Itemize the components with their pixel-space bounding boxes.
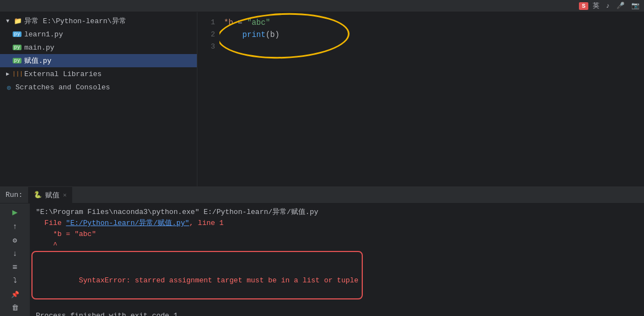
music-icon: ♪	[604, 2, 612, 10]
output-command-line: "E:\Program Files\naconda3\python.exe" E…	[36, 207, 638, 218]
camera-icon: 📷	[629, 1, 642, 10]
tree-item-learn1[interactable]: py learn1.py	[0, 28, 197, 41]
tree-item-label-root: 异常 E:\Python-learn\异常	[24, 16, 126, 26]
code-token-indent	[224, 29, 243, 41]
output-syntax-error: SyntaxError: starred assignment target m…	[79, 276, 358, 285]
run-tab-fuzhi[interactable]: 🐍 赋值 ✕	[28, 187, 73, 203]
output-command-text: "E:\Program Files\naconda3\python.exe" E…	[36, 207, 318, 218]
run-tab-bar: Run: 🐍 赋值 ✕	[0, 187, 644, 203]
output-exit-line: Process finished with exit code 1	[36, 310, 638, 316]
line-numbers: 1 2 3	[197, 12, 219, 186]
editor-area: 1 2 3 *b = "abc" print (b)	[197, 12, 644, 186]
run-scroll-down-button[interactable]: ↓	[9, 249, 21, 259]
run-filter-button[interactable]: ⤵	[9, 277, 21, 286]
tree-item-label-fuzhi: 赋值.py	[24, 56, 51, 66]
bottom-panel: Run: 🐍 赋值 ✕ ▶ ↑ ⚙ ↓ ≡ ⤵ 📌 🗑 "E:\Program …	[0, 186, 644, 316]
code-editor: 1 2 3 *b = "abc" print (b)	[197, 12, 644, 186]
code-content[interactable]: *b = "abc" print (b)	[219, 12, 644, 186]
oval-annotation-red	[31, 251, 363, 299]
main-area: ▼ 📁 异常 E:\Python-learn\异常 py learn1.py p…	[0, 12, 644, 186]
run-label: Run:	[0, 187, 28, 203]
s-badge: S	[579, 2, 588, 10]
python-tab-icon: 🐍	[34, 191, 42, 199]
tree-item-label-ext: External Libraries	[24, 70, 101, 78]
code-token-args: (b)	[266, 29, 280, 41]
python-fuzhi-icon: py	[13, 56, 22, 65]
output-file-link[interactable]: "E:/Python-learn/异常/赋值.py"	[66, 218, 190, 229]
ext-libs-icon: |||	[13, 69, 22, 78]
file-tree: ▼ 📁 异常 E:\Python-learn\异常 py learn1.py p…	[0, 12, 197, 186]
ime-icon: 英	[591, 1, 602, 11]
run-sidebar: ▶ ↑ ⚙ ↓ ≡ ⤵ 📌 🗑	[0, 203, 30, 316]
run-settings-button[interactable]: ⚙	[9, 236, 21, 245]
line-num-1: 1	[197, 17, 215, 29]
error-oval-wrapper: SyntaxError: starred assignment target m…	[36, 253, 358, 297]
chevron-right-icon: ▶	[4, 71, 11, 77]
run-reformat-button[interactable]: ≡	[9, 263, 21, 272]
code-token-eq: =	[233, 17, 247, 29]
top-bar: S 英 ♪ 🎤 📷	[0, 0, 644, 12]
code-token-star-b: *b	[224, 17, 233, 29]
output-caret-text: ^	[36, 240, 57, 251]
run-tab-close-icon[interactable]: ✕	[63, 191, 67, 199]
chevron-down-icon: ▼	[4, 18, 11, 24]
code-line-3	[224, 41, 644, 53]
output-caret-line: ^	[36, 240, 638, 251]
line-num-2: 2	[197, 29, 215, 41]
output-file-line: File "E:/Python-learn/异常/赋值.py" , line 1	[36, 218, 638, 229]
output-blank-line	[36, 299, 638, 310]
file-sidebar: ▼ 📁 异常 E:\Python-learn\异常 py learn1.py p…	[0, 12, 197, 186]
run-pin-button[interactable]: 📌	[9, 290, 21, 299]
tree-item-main[interactable]: py main.py	[0, 41, 197, 54]
tree-item-root[interactable]: ▼ 📁 异常 E:\Python-learn\异常	[0, 14, 197, 28]
mic-icon: 🎤	[614, 1, 627, 10]
output-line-ref: , line 1	[189, 218, 223, 229]
python-main-icon: py	[13, 43, 22, 52]
run-tab-name: 赋值	[45, 190, 60, 200]
scratches-icon: ◎	[4, 83, 13, 92]
top-bar-icons: S 英 ♪ 🎤 📷	[579, 1, 642, 11]
output-code-line: *b = "abc"	[36, 229, 638, 240]
tree-item-label-main: main.py	[24, 44, 55, 52]
code-line-1: *b = "abc"	[224, 17, 644, 29]
code-token-print: print	[243, 29, 266, 41]
run-trash-button[interactable]: 🗑	[9, 304, 21, 313]
line-num-3: 3	[197, 41, 215, 53]
run-play-button[interactable]: ▶	[9, 207, 21, 218]
output-error-line: SyntaxError: starred assignment target m…	[36, 253, 638, 297]
output-code-text: *b = "abc"	[36, 229, 96, 240]
tree-item-scratches[interactable]: ◎ Scratches and Consoles	[0, 81, 197, 94]
tree-item-label-scratches: Scratches and Consoles	[15, 83, 110, 92]
run-content-area: ▶ ↑ ⚙ ↓ ≡ ⤵ 📌 🗑 "E:\Program Files\nacond…	[0, 203, 644, 316]
run-output: "E:\Program Files\naconda3\python.exe" E…	[30, 203, 644, 316]
python-file-icon: py	[13, 30, 22, 39]
tree-item-ext-libs[interactable]: ▶ ||| External Libraries	[0, 67, 197, 81]
output-file-prefix: File	[36, 218, 66, 229]
output-exit-text: Process finished with exit code 1	[36, 310, 178, 316]
tree-item-fuzhi[interactable]: py 赋值.py	[0, 54, 197, 67]
run-scroll-up-button[interactable]: ↑	[9, 222, 21, 232]
code-token-string: "abc"	[247, 17, 270, 29]
code-line-2: print (b)	[224, 29, 644, 41]
tree-item-label-learn1: learn1.py	[24, 30, 63, 39]
folder-icon: 📁	[13, 17, 22, 25]
